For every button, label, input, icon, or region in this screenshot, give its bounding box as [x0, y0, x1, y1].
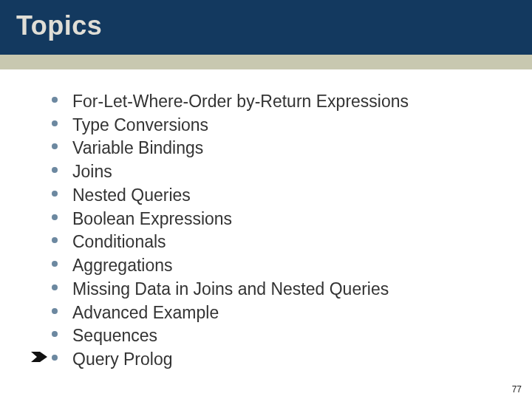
list-item: Joins: [52, 160, 473, 184]
page-title: Topics: [16, 10, 532, 41]
list-item-text: Variable Bindings: [72, 138, 203, 157]
bullet-dot-icon: [52, 167, 58, 173]
list-item-text: Query Prolog: [72, 349, 173, 369]
list-item: Boolean Expressions: [52, 208, 473, 231]
bullet-dot-icon: [52, 355, 58, 361]
bullet-dot-icon: [52, 97, 58, 103]
list-item-text: Missing Data in Joins and Nested Queries: [72, 279, 389, 299]
list-item-text: Conditionals: [72, 232, 166, 251]
bullet-dot-icon: [52, 308, 58, 314]
list-item-text: Boolean Expressions: [72, 209, 232, 228]
list-item: Advanced Example: [52, 301, 473, 325]
list-item: Missing Data in Joins and Nested Queries: [52, 278, 473, 301]
list-item: For-Let-Where-Order by-Return Expression…: [52, 90, 473, 114]
list-item: Type Conversions: [52, 114, 473, 137]
bullet-dot-icon: [52, 191, 58, 197]
list-item-text: Aggregations: [72, 256, 173, 275]
bullet-dot-icon: [52, 261, 58, 267]
list-item-text: Type Conversions: [72, 115, 208, 134]
accent-band: [0, 55, 532, 69]
list-item-text: Nested Queries: [72, 185, 191, 205]
bullet-dot-icon: [52, 143, 58, 149]
list-item-text: Sequences: [72, 326, 157, 345]
bullet-dot-icon: [52, 214, 58, 220]
list-item: Aggregations: [52, 254, 473, 278]
bullet-dot-icon: [52, 120, 58, 126]
bullet-dot-icon: [52, 284, 58, 290]
page-number: 77: [512, 384, 522, 395]
list-item: Variable Bindings: [52, 137, 473, 160]
bullet-list: For-Let-Where-Order by-Return Expression…: [52, 90, 473, 372]
title-band: Topics: [0, 0, 532, 55]
list-item-text: Advanced Example: [72, 303, 219, 322]
list-item: Sequences: [52, 324, 473, 348]
list-item: Conditionals: [52, 231, 473, 254]
list-item-text: For-Let-Where-Order by-Return Expression…: [72, 92, 409, 111]
list-item-text: Joins: [72, 162, 112, 181]
svg-marker-0: [31, 352, 47, 362]
body-area: For-Let-Where-Order by-Return Expression…: [0, 69, 473, 372]
list-item: Query Prolog: [52, 348, 473, 372]
list-item: Nested Queries: [52, 184, 473, 208]
bullet-dot-icon: [52, 331, 58, 337]
bullet-dot-icon: [52, 237, 58, 243]
